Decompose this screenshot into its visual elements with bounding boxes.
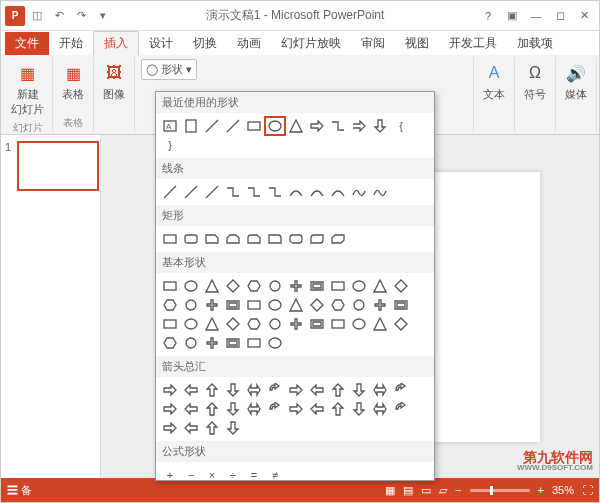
- shape-vtextbox[interactable]: [181, 117, 201, 135]
- shape-line1[interactable]: [160, 183, 180, 201]
- shape-basic-25[interactable]: [181, 315, 201, 333]
- shape-rect-snipdg[interactable]: [328, 230, 348, 248]
- shape-oval-selected[interactable]: [265, 117, 285, 135]
- zoom-slider[interactable]: [470, 489, 530, 492]
- tab-insert[interactable]: 插入: [93, 31, 139, 56]
- shape-arrow-22[interactable]: [370, 400, 390, 418]
- tab-slideshow[interactable]: 幻灯片放映: [271, 32, 351, 55]
- shape-arrow-right[interactable]: [307, 117, 327, 135]
- shape-basic-6[interactable]: [286, 277, 306, 295]
- shape-arrow-14[interactable]: [202, 400, 222, 418]
- app-icon[interactable]: P: [5, 6, 25, 26]
- help-button[interactable]: ?: [477, 6, 499, 26]
- symbol-button[interactable]: Ω 符号: [521, 59, 549, 104]
- shape-divide[interactable]: ÷: [223, 466, 243, 481]
- shape-basic-35[interactable]: [391, 315, 411, 333]
- textbox-button[interactable]: A 文本: [480, 59, 508, 104]
- tab-developer[interactable]: 开发工具: [439, 32, 507, 55]
- shape-arrow-8[interactable]: [328, 381, 348, 399]
- zoom-in[interactable]: +: [538, 484, 544, 496]
- shape-arrow-5[interactable]: [265, 381, 285, 399]
- shape-triangle[interactable]: [286, 117, 306, 135]
- slide-thumbnail-1[interactable]: [17, 141, 99, 191]
- shape-basic-38[interactable]: [202, 334, 222, 352]
- close-button[interactable]: ✕: [573, 6, 595, 26]
- new-slide-button[interactable]: ▦ 新建 幻灯片: [9, 59, 46, 119]
- shape-basic-26[interactable]: [202, 315, 222, 333]
- shapes-button[interactable]: ◯ 形状 ▾: [141, 59, 197, 80]
- shape-scribble[interactable]: [370, 183, 390, 201]
- shape-basic-34[interactable]: [370, 315, 390, 333]
- shape-arrow-19[interactable]: [307, 400, 327, 418]
- shape-basic-5[interactable]: [265, 277, 285, 295]
- tab-home[interactable]: 开始: [49, 32, 93, 55]
- media-button[interactable]: 🔊 媒体: [562, 59, 590, 104]
- shape-arrow-25[interactable]: [181, 419, 201, 437]
- shape-elbow[interactable]: [328, 117, 348, 135]
- minimize-button[interactable]: —: [525, 6, 547, 26]
- tab-file[interactable]: 文件: [5, 32, 49, 55]
- shape-basic-41[interactable]: [265, 334, 285, 352]
- shape-basic-12[interactable]: [160, 296, 180, 314]
- shape-rect-round[interactable]: [181, 230, 201, 248]
- shape-basic-11[interactable]: [391, 277, 411, 295]
- shape-arrow-down[interactable]: [370, 117, 390, 135]
- shape-curve3[interactable]: [328, 183, 348, 201]
- shape-arrow-4[interactable]: [244, 381, 264, 399]
- shape-elbow1[interactable]: [223, 183, 243, 201]
- tab-animations[interactable]: 动画: [227, 32, 271, 55]
- shape-equals[interactable]: =: [244, 466, 264, 481]
- shape-rect-round1[interactable]: [265, 230, 285, 248]
- shape-line2[interactable]: [181, 183, 201, 201]
- shape-basic-29[interactable]: [265, 315, 285, 333]
- shape-basic-18[interactable]: [286, 296, 306, 314]
- shape-basic-40[interactable]: [244, 334, 264, 352]
- shape-basic-7[interactable]: [307, 277, 327, 295]
- tab-design[interactable]: 设计: [139, 32, 183, 55]
- shape-basic-30[interactable]: [286, 315, 306, 333]
- shape-arrow-6[interactable]: [286, 381, 306, 399]
- undo-button[interactable]: ↶: [49, 6, 69, 26]
- shape-arrow-0[interactable]: [160, 381, 180, 399]
- shape-basic-36[interactable]: [160, 334, 180, 352]
- tab-addins[interactable]: 加载项: [507, 32, 563, 55]
- maximize-button[interactable]: ◻: [549, 6, 571, 26]
- shape-basic-13[interactable]: [181, 296, 201, 314]
- shape-minus[interactable]: −: [181, 466, 201, 481]
- shape-rect-rounddg[interactable]: [307, 230, 327, 248]
- shape-curve2[interactable]: [307, 183, 327, 201]
- shape-noteq[interactable]: ≠: [265, 466, 285, 481]
- shape-arrow-10[interactable]: [370, 381, 390, 399]
- shape-arrow-17[interactable]: [265, 400, 285, 418]
- shape-arrow-15[interactable]: [223, 400, 243, 418]
- shape-arrow-13[interactable]: [181, 400, 201, 418]
- shape-basic-24[interactable]: [160, 315, 180, 333]
- shape-freeform[interactable]: [349, 183, 369, 201]
- shape-basic-33[interactable]: [349, 315, 369, 333]
- save-button[interactable]: ◫: [27, 6, 47, 26]
- shape-arrow-20[interactable]: [328, 400, 348, 418]
- shape-arrow-11[interactable]: [391, 381, 411, 399]
- shape-basic-17[interactable]: [265, 296, 285, 314]
- shape-bent-arrow[interactable]: [349, 117, 369, 135]
- image-button[interactable]: 🖼 图像: [100, 59, 128, 104]
- shape-basic-10[interactable]: [370, 277, 390, 295]
- shape-arrow-1[interactable]: [181, 381, 201, 399]
- shape-arrow-16[interactable]: [244, 400, 264, 418]
- shape-basic-19[interactable]: [307, 296, 327, 314]
- shape-arrow-23[interactable]: [391, 400, 411, 418]
- shape-multiply[interactable]: ×: [202, 466, 222, 481]
- shape-basic-3[interactable]: [223, 277, 243, 295]
- shape-arrow-9[interactable]: [349, 381, 369, 399]
- shape-line[interactable]: [202, 117, 222, 135]
- shape-basic-37[interactable]: [181, 334, 201, 352]
- shape-arrow-27[interactable]: [223, 419, 243, 437]
- shape-elbow2[interactable]: [244, 183, 264, 201]
- shape-basic-16[interactable]: [244, 296, 264, 314]
- table-button[interactable]: ▦ 表格: [59, 59, 87, 104]
- shape-basic-4[interactable]: [244, 277, 264, 295]
- tab-review[interactable]: 审阅: [351, 32, 395, 55]
- shape-basic-8[interactable]: [328, 277, 348, 295]
- shape-rbrace[interactable]: }: [160, 136, 180, 154]
- shape-rect-snip2[interactable]: [223, 230, 243, 248]
